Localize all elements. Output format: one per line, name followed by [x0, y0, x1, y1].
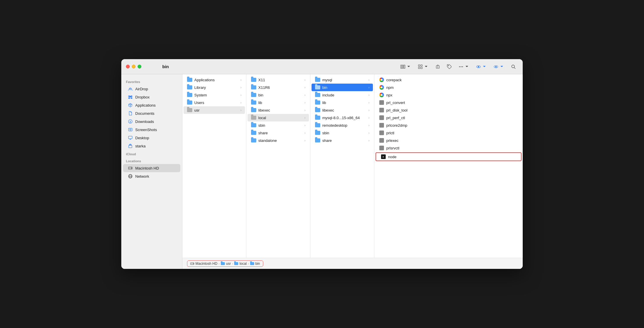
- chrome-icon: [379, 85, 384, 90]
- icloud-label: iCloud: [121, 150, 182, 157]
- folder-icon: [251, 92, 256, 98]
- column-4: corepack npm npx: [374, 74, 523, 258]
- starka-icon: [128, 143, 133, 149]
- sidebar-item-documents[interactable]: Documents: [123, 109, 180, 117]
- path-item-macintosh-hd[interactable]: Macintosh HD: [190, 262, 217, 266]
- list-item[interactable]: Applications ›: [184, 76, 245, 84]
- list-item[interactable]: System ›: [184, 91, 245, 99]
- sidebar-item-airdrop[interactable]: AirDrop: [123, 85, 180, 93]
- list-item[interactable]: sbin ›: [248, 121, 309, 129]
- list-item-prlexec[interactable]: prlexec: [376, 137, 522, 144]
- list-item-corepack[interactable]: corepack: [376, 76, 522, 84]
- list-item[interactable]: remotedesktop ›: [312, 121, 373, 129]
- list-item-prl-disk-tool[interactable]: prl_disk_tool: [376, 106, 522, 114]
- window-title: bin: [162, 64, 169, 69]
- view-columns-button[interactable]: [398, 63, 413, 71]
- path-item-bin[interactable]: bin: [250, 262, 260, 266]
- folder-path-icon: [250, 262, 254, 266]
- list-item[interactable]: mysql ›: [312, 76, 373, 84]
- list-item[interactable]: libexec ›: [248, 106, 309, 114]
- list-item[interactable]: bin ›: [248, 91, 309, 99]
- folder-icon: [315, 100, 320, 105]
- list-item[interactable]: libexec ›: [312, 106, 373, 114]
- list-item[interactable]: share ›: [248, 129, 309, 137]
- path-item-usr[interactable]: usr: [221, 262, 231, 266]
- list-item[interactable]: standalone ›: [248, 137, 309, 144]
- screenshots-icon: [128, 127, 133, 132]
- view-eye2-button[interactable]: [491, 63, 506, 71]
- list-item-npm[interactable]: npm: [376, 84, 522, 91]
- sidebar-item-starka-label: starka: [135, 144, 176, 148]
- list-item-prl-convert[interactable]: prl_convert: [376, 99, 522, 106]
- list-item[interactable]: sbin ›: [312, 129, 373, 137]
- minimize-button[interactable]: [132, 65, 136, 68]
- tag-button[interactable]: [445, 63, 454, 71]
- list-item-node[interactable]: ▶ node: [377, 153, 520, 161]
- list-item-npx[interactable]: npx: [376, 91, 522, 99]
- sidebar-item-applications[interactable]: Applications: [123, 101, 180, 109]
- sidebar-item-macintosh-hd[interactable]: Macintosh HD: [123, 164, 180, 172]
- desktop-icon: [128, 135, 133, 140]
- back-button[interactable]: [147, 66, 151, 68]
- folder-icon: [251, 107, 256, 113]
- svg-point-12: [478, 66, 479, 67]
- disk-icon: [128, 165, 133, 171]
- list-item[interactable]: lib ›: [312, 99, 373, 106]
- search-button[interactable]: [509, 63, 518, 71]
- list-item-prlcore2dmp[interactable]: prlcore2dmp: [376, 121, 522, 129]
- toolbar: bin: [121, 59, 523, 74]
- svg-point-23: [131, 168, 132, 168]
- close-button[interactable]: [126, 65, 130, 68]
- svg-rect-5: [418, 67, 420, 68]
- downloads-icon: [128, 119, 133, 124]
- sidebar-item-starka[interactable]: starka: [123, 142, 180, 150]
- list-item[interactable]: X11R6 ›: [248, 84, 309, 91]
- share-button[interactable]: [433, 63, 442, 71]
- sidebar-item-screenshots[interactable]: ScreenShots: [123, 126, 180, 134]
- sidebar-item-downloads[interactable]: Downloads: [123, 117, 180, 126]
- prl-icon: [379, 115, 384, 120]
- list-item[interactable]: mysql-8.0...15-x86_64 ›: [312, 114, 373, 121]
- path-item-local[interactable]: local: [234, 262, 247, 266]
- folder-icon: [315, 92, 320, 98]
- list-item[interactable]: include ›: [312, 91, 373, 99]
- svg-point-20: [130, 129, 131, 131]
- list-item-prlsrvctl[interactable]: prlsrvctl: [376, 144, 522, 152]
- column-2: X11 › X11R6 › bin › lib: [246, 74, 310, 258]
- svg-point-10: [462, 66, 463, 67]
- node-icon: ▶: [381, 154, 386, 159]
- svg-rect-19: [129, 128, 132, 131]
- list-item-usr[interactable]: usr ›: [184, 106, 245, 114]
- list-item[interactable]: Library ›: [184, 84, 245, 91]
- folder-icon: [251, 130, 256, 135]
- forward-button[interactable]: [153, 66, 156, 68]
- view-grid-button[interactable]: [416, 63, 431, 71]
- prl-icon: [379, 107, 384, 113]
- sidebar-item-desktop[interactable]: Desktop: [123, 134, 180, 142]
- list-item[interactable]: Users ›: [184, 99, 245, 106]
- applications-icon: [128, 103, 133, 108]
- svg-rect-21: [129, 136, 132, 139]
- svg-point-8: [459, 66, 460, 67]
- more-button[interactable]: [456, 63, 472, 71]
- prl-icon: [379, 145, 384, 151]
- list-item[interactable]: X11 ›: [248, 76, 309, 84]
- view-eye1-button[interactable]: [474, 63, 489, 71]
- list-item[interactable]: share ›: [312, 137, 373, 144]
- sidebar: Favorites AirDrop: [121, 74, 182, 269]
- folder-icon: [251, 77, 256, 82]
- favorites-label: Favorites: [121, 78, 182, 85]
- list-item-prlctl[interactable]: prlctl: [376, 129, 522, 137]
- list-item-bin-selected[interactable]: bin ›: [312, 84, 373, 91]
- list-item-prl-perf-ctl[interactable]: prl_perf_ctl: [376, 114, 522, 121]
- list-item[interactable]: lib ›: [248, 99, 309, 106]
- svg-point-9: [461, 66, 462, 67]
- folder-icon: [315, 130, 320, 135]
- sidebar-item-network[interactable]: Network: [123, 172, 180, 180]
- sidebar-item-dropbox[interactable]: Dropbox: [123, 93, 180, 101]
- folder-icon: [315, 107, 320, 113]
- folder-icon: [251, 138, 256, 143]
- dropbox-icon: [128, 94, 133, 100]
- list-item-local[interactable]: local ›: [248, 114, 309, 121]
- maximize-button[interactable]: [138, 65, 141, 68]
